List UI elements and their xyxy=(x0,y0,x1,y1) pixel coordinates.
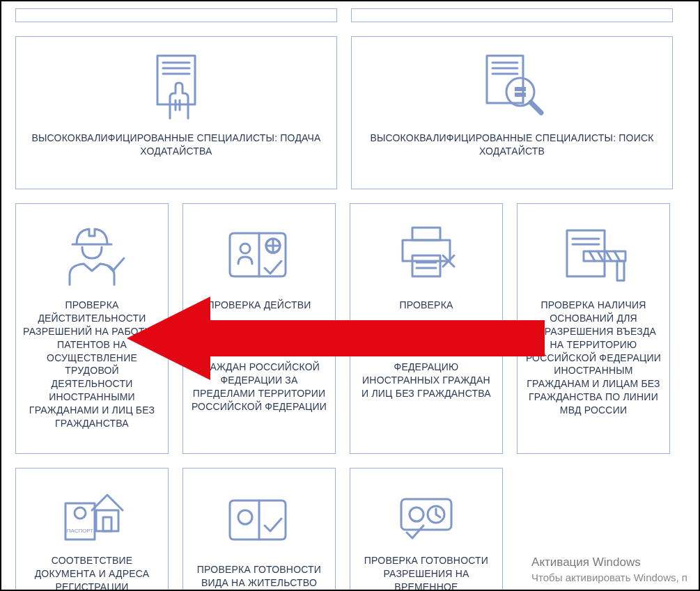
label-part-b: ФЕДЕРАЦИЮ ИНОСТРАННЫХ ГРАЖДАН И ЛИЦ БЕЗ … xyxy=(361,361,491,399)
svg-rect-37 xyxy=(103,517,111,531)
activation-title: Активация Windows xyxy=(531,555,687,570)
svg-line-31 xyxy=(614,251,620,261)
svg-rect-36 xyxy=(96,510,118,531)
tile-label: ПРОВЕРКА ГОТОВНОСТИ РАЗРЕШЕНИЯ НА ВРЕМЕН… xyxy=(357,554,495,591)
passport-icon xyxy=(224,215,294,292)
document-hand-icon xyxy=(145,48,208,125)
svg-rect-33 xyxy=(65,503,95,539)
card-clock-icon xyxy=(391,480,461,547)
row-narrow: ПРОВЕРКА ДЕЙСТВИТЕЛЬНОСТИ РАЗРЕШЕНИЙ НА … xyxy=(15,203,685,454)
tile-check-work-permits[interactable]: ПРОВЕРКА ДЕЙСТВИТЕЛЬНОСТИ РАЗРЕШЕНИЙ НА … xyxy=(15,203,169,454)
tile-temp-permit[interactable]: ПРОВЕРКА ГОТОВНОСТИ РАЗРЕШЕНИЯ НА ВРЕМЕН… xyxy=(350,468,503,591)
svg-rect-19 xyxy=(412,255,440,276)
label-part-b: ГРАЖДАН РОССИЙСКОЙ ФЕДЕРАЦИИ ЗА ПРЕДЕЛАМ… xyxy=(192,361,327,412)
tile-residence-permit[interactable]: ПРОВЕРКА ГОТОВНОСТИ ВИДА НА ЖИТЕЛЬСТВО xyxy=(182,468,336,591)
tile-label: ВЫСОКОКВАЛИФИЦИРОВАННЫЕ СПЕЦИАЛИСТЫ: ПОД… xyxy=(23,132,329,158)
svg-rect-17 xyxy=(412,228,440,240)
tile-label: ПРОВЕРКА ДЕЙСТВИТЕЛЬНОСТИ РАЗРЕШЕНИЙ НА … xyxy=(23,299,161,430)
open-passport-icon xyxy=(224,480,294,556)
svg-rect-18 xyxy=(403,240,450,261)
label-part-a: ПРОВЕРКА ДЕЙСТВИ xyxy=(207,299,311,310)
tile-label: ВЫСОКОКВАЛИФИЦИРОВАННЫЕ СПЕЦИАЛИСТЫ: ПОИ… xyxy=(359,132,665,158)
svg-line-13 xyxy=(531,102,541,113)
tile-search-applications[interactable]: ВЫСОКОКВАЛИФИЦИРОВАННЫЕ СПЕЦИАЛИСТЫ: ПОИ… xyxy=(351,36,673,189)
worker-icon xyxy=(57,215,127,292)
svg-line-29 xyxy=(598,251,603,261)
viewport: ВЫСОКОКВАЛИФИЦИРОВАННЫЕ СПЕЦИАЛИСТЫ: ПОД… xyxy=(0,0,700,591)
tile-address-match[interactable]: ПАСПОРТ СООТВЕТСТВИЕ ДОКУМЕНТА И АДРЕСА … xyxy=(15,468,169,591)
activation-line: Чтобы активировать Windows, п xyxy=(531,571,687,585)
tile-check-printer[interactable]: ПРОВЕРКА ФЕДЕРАЦИЮ ИНОСТРАННЫХ ГРАЖДАН И… xyxy=(350,203,503,454)
tile-check-passport[interactable]: ПРОВЕРКА ДЕЙСТВИ ГРАЖДАН РОССИЙСКОЙ ФЕДЕ… xyxy=(182,203,336,454)
svg-point-40 xyxy=(410,507,423,521)
tile-label: ПРОВЕРКА ДЕЙСТВИ ГРАЖДАН РОССИЙСКОЙ ФЕДЕ… xyxy=(190,299,328,413)
tile-label: ПРОВЕРКА НАЛИЧИЯ ОСНОВАНИЙ ДЛЯ НЕРАЗРЕШЕ… xyxy=(524,299,662,417)
tile-cut-1[interactable] xyxy=(15,8,337,22)
label-part-a: ПРОВЕРКА xyxy=(399,299,453,310)
svg-point-34 xyxy=(75,507,86,519)
tile-label: СООТВЕТСТВИЕ ДОКУМЕНТА И АДРЕСА РЕГИСТРА… xyxy=(23,554,161,591)
printer-x-icon xyxy=(391,215,461,292)
barrier-icon xyxy=(559,215,628,292)
svg-point-38 xyxy=(238,510,252,524)
passport-house-icon: ПАСПОРТ xyxy=(57,480,127,547)
tile-check-entry-ban[interactable]: ПРОВЕРКА НАЛИЧИЯ ОСНОВАНИЙ ДЛЯ НЕРАЗРЕШЕ… xyxy=(517,203,670,454)
row-top-cut xyxy=(15,8,685,22)
svg-line-28 xyxy=(589,251,595,261)
tile-label: ПРОВЕРКА ГОТОВНОСТИ ВИДА НА ЖИТЕЛЬСТВО xyxy=(190,563,328,590)
svg-text:ПАСПОРТ: ПАСПОРТ xyxy=(67,528,94,534)
svg-rect-32 xyxy=(617,261,624,281)
windows-activation-watermark: Активация Windows Чтобы активировать Win… xyxy=(531,555,687,584)
svg-point-15 xyxy=(240,244,250,253)
row-wide: ВЫСОКОКВАЛИФИЦИРОВАННЫЕ СПЕЦИАЛИСТЫ: ПОД… xyxy=(15,36,685,189)
content: ВЫСОКОКВАЛИФИЦИРОВАННЫЕ СПЕЦИАЛИСТЫ: ПОД… xyxy=(1,1,699,591)
tile-cut-2[interactable] xyxy=(351,8,673,22)
tile-label: ПРОВЕРКА ФЕДЕРАЦИЮ ИНОСТРАННЫХ ГРАЖДАН И… xyxy=(357,299,495,400)
document-search-icon xyxy=(477,48,547,125)
tile-submit-application[interactable]: ВЫСОКОКВАЛИФИЦИРОВАННЫЕ СПЕЦИАЛИСТЫ: ПОД… xyxy=(15,36,337,189)
svg-line-30 xyxy=(606,251,612,261)
